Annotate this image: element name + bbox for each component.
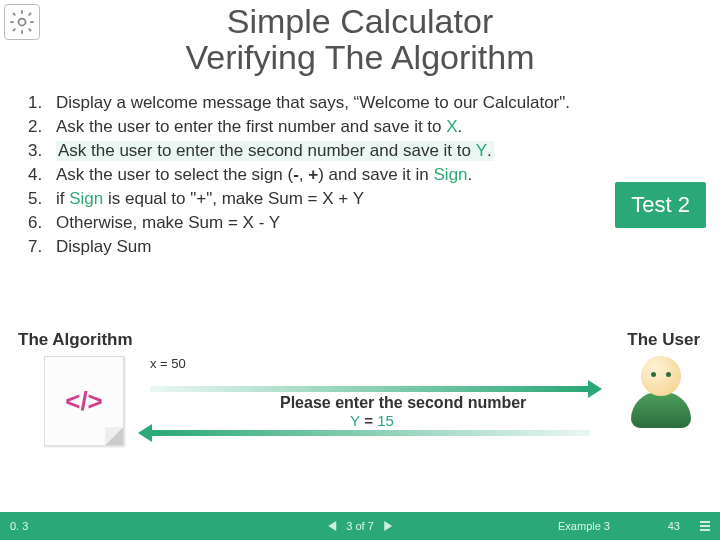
pager: 3 of 7 — [328, 520, 392, 532]
version-label: 0. 3 — [10, 520, 28, 532]
test-button[interactable]: Test 2 — [615, 182, 706, 228]
step-3: 3.Ask the user to enter the second numbe… — [28, 141, 720, 161]
menu-icon[interactable] — [700, 521, 710, 531]
arrow-left-icon — [150, 430, 590, 436]
slide-title: Simple Calculator — [0, 4, 720, 40]
code-symbol-icon: </> — [65, 386, 103, 417]
algorithm-steps: 1.Display a welcome message that says, “… — [28, 93, 720, 257]
x-assignment: x = 50 — [150, 356, 186, 371]
step-7: 7.Display Sum — [28, 237, 720, 257]
code-doc-icon: </> — [44, 356, 124, 446]
pager-text: 3 of 7 — [346, 520, 374, 532]
algorithm-label: The Algorithm — [18, 330, 133, 350]
user-label: The User — [627, 330, 700, 350]
arrow-right-icon — [150, 386, 590, 392]
footer-bar: 0. 3 3 of 7 Example 3 43 — [0, 512, 720, 540]
prev-icon[interactable] — [328, 521, 336, 531]
y-assignment: Y = 15 — [350, 412, 394, 429]
step-1: 1.Display a welcome message that says, “… — [28, 93, 720, 113]
svg-point-0 — [19, 19, 26, 26]
gear-icon — [4, 4, 40, 40]
page-number: 43 — [668, 520, 680, 532]
prompt-text: Please enter the second number — [280, 394, 526, 412]
step-2: 2.Ask the user to enter the first number… — [28, 117, 720, 137]
next-icon[interactable] — [384, 521, 392, 531]
user-avatar-icon — [626, 356, 696, 436]
slide-subtitle: Verifying The Algorithm — [0, 40, 720, 76]
example-label: Example 3 — [558, 520, 610, 532]
